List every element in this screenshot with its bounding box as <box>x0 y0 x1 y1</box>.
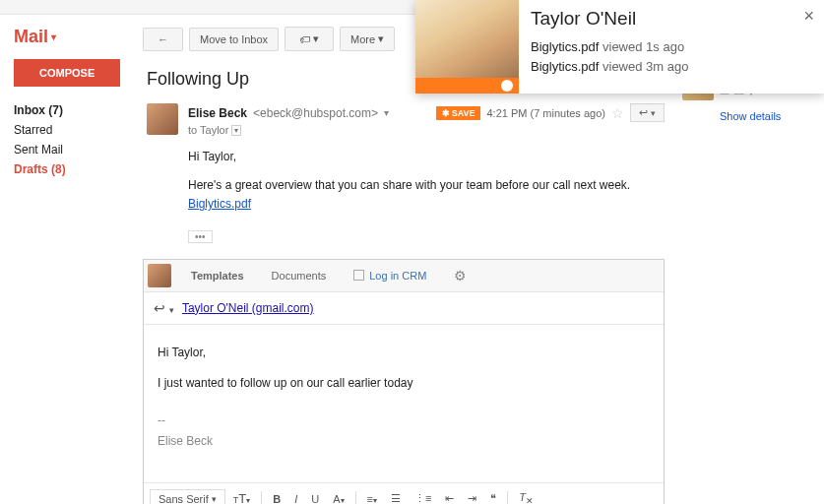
back-arrow-icon: ← <box>158 33 168 45</box>
compose-tabs: Templates Documents Log in CRM ⚙ <box>144 260 664 292</box>
remove-format-button[interactable]: T✕ <box>513 487 539 504</box>
nav-starred[interactable]: Starred <box>14 120 143 140</box>
hubspot-save-badge[interactable]: ✱ SAVE <box>436 106 481 120</box>
tag-icon: 🏷 <box>299 33 310 45</box>
labels-button[interactable]: 🏷▾ <box>285 27 334 51</box>
bold-button[interactable]: B <box>267 489 286 504</box>
hubspot-logo-bar <box>415 78 519 94</box>
star-icon[interactable]: ☆ <box>611 105 624 121</box>
italic-button[interactable]: I <box>288 489 303 504</box>
folder-list: Inbox (7) Starred Sent Mail Drafts (8) <box>14 100 143 179</box>
sender-email: <ebeck@hubspot.com> <box>253 106 378 120</box>
reply-compose: Templates Documents Log in CRM ⚙ ↩ ▾ Tay… <box>143 259 665 504</box>
sender-avatar[interactable] <box>147 103 178 135</box>
expand-icon[interactable]: ▾ <box>384 107 389 118</box>
font-select[interactable]: Sans Serif ▾ <box>150 489 225 504</box>
move-to-inbox-button[interactable]: Move to Inbox <box>189 28 279 51</box>
indent-less-button[interactable]: ⇤ <box>439 488 460 504</box>
nav-sent[interactable]: Sent Mail <box>14 140 143 159</box>
hubspot-sprocket-icon <box>501 80 513 92</box>
sidebar: Mail ▾ COMPOSE Inbox (7) Starred Sent Ma… <box>0 15 143 504</box>
caret-down-icon: ▾ <box>378 32 384 45</box>
quote-button[interactable]: ❝ <box>484 488 502 504</box>
show-trimmed-button[interactable]: ••• <box>188 230 213 243</box>
reply-type-button[interactable]: ↩ ▾ <box>154 300 174 316</box>
notification-event: Biglytics.pdf viewed 3m ago <box>531 57 812 77</box>
checkbox-icon[interactable] <box>353 270 364 281</box>
caret-down-icon: ▾ <box>231 125 241 136</box>
mail-label: Mail <box>14 27 48 47</box>
align-button[interactable]: ≡▾ <box>361 489 383 504</box>
close-icon[interactable]: × <box>803 6 814 27</box>
text-color-button[interactable]: A▾ <box>327 489 349 504</box>
compose-button[interactable]: COMPOSE <box>14 59 120 87</box>
to-line[interactable]: to Taylor ▾ <box>188 124 665 136</box>
nav-drafts[interactable]: Drafts (8) <box>14 159 143 179</box>
caret-down-icon: ▾ <box>51 32 56 42</box>
tab-log-in-crm[interactable]: Log in CRM <box>342 262 438 289</box>
bulleted-list-button[interactable]: ⋮≡ <box>409 488 437 504</box>
nav-inbox[interactable]: Inbox (7) <box>14 100 143 120</box>
font-size-button[interactable]: TT▾ <box>227 487 256 504</box>
back-button[interactable]: ← <box>143 28 183 51</box>
reply-button[interactable]: ↩ ▾ <box>630 103 665 122</box>
message-time: 4:21 PM (7 minutes ago) <box>486 107 604 119</box>
message: Elise Beck <ebeck@hubspot.com> ▾ ✱ SAVE … <box>143 103 665 224</box>
recipient-chip[interactable]: Taylor O'Neil (gmail.com) <box>182 301 314 315</box>
caret-down-icon: ▾ <box>313 32 319 45</box>
format-toolbar: Sans Serif ▾ TT▾ B I U A▾ ≡▾ ☰ ⋮≡ ⇤ ⇥ ❝ … <box>144 482 664 504</box>
body-greeting: Hi Taylor, <box>188 148 665 166</box>
sender-name: Elise Beck <box>188 106 247 120</box>
tab-documents[interactable]: Documents <box>260 262 339 289</box>
underline-button[interactable]: U <box>305 489 325 504</box>
indent-more-button[interactable]: ⇥ <box>462 488 482 504</box>
my-avatar <box>148 264 171 287</box>
message-body: Hi Taylor, Here's a great overview that … <box>188 148 665 215</box>
compose-to-row: ↩ ▾ Taylor O'Neil (gmail.com) <box>144 292 664 325</box>
hubspot-notification: × Taylor O'Neil Biglytics.pdf viewed 1s … <box>415 0 824 94</box>
notification-contact-name: Taylor O'Neil <box>531 8 812 30</box>
show-details-link[interactable]: Show details <box>720 110 807 122</box>
more-button[interactable]: More ▾ <box>340 27 395 51</box>
notification-avatar <box>415 0 519 94</box>
attachment-link[interactable]: Biglytics.pdf <box>188 197 251 211</box>
gear-icon[interactable]: ⚙ <box>442 260 478 291</box>
body-text: Here's a great overview that you can sha… <box>188 178 630 192</box>
compose-body[interactable]: Hi Taylor, I just wanted to follow up on… <box>144 325 664 482</box>
mail-switcher[interactable]: Mail ▾ <box>14 27 143 47</box>
numbered-list-button[interactable]: ☰ <box>385 488 407 504</box>
tab-templates[interactable]: Templates <box>179 262 256 289</box>
notification-event: Biglytics.pdf viewed 1s ago <box>531 37 812 57</box>
